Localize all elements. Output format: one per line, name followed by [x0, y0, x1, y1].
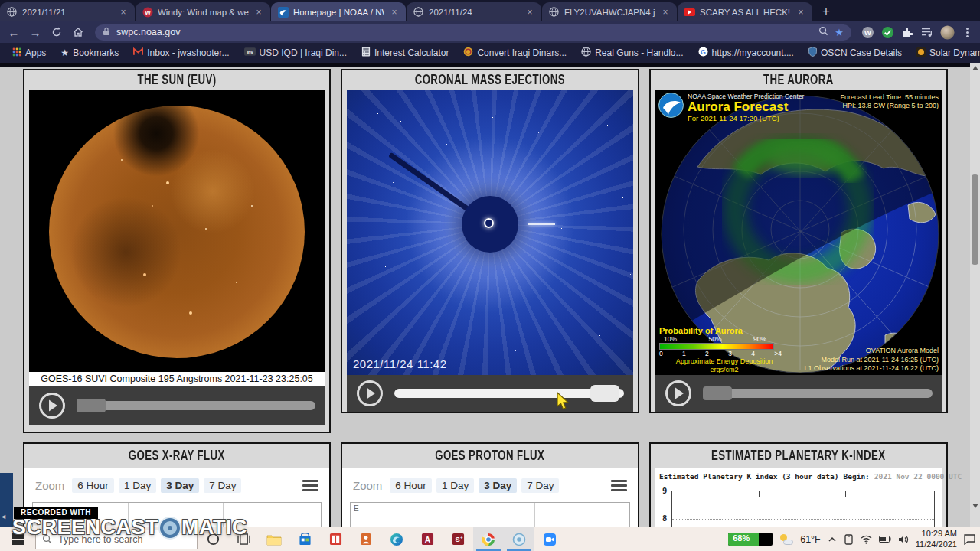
slider-track[interactable] [703, 389, 933, 398]
microsoft-store-button[interactable] [289, 527, 320, 551]
speaker-icon[interactable] [898, 535, 909, 544]
address-bar[interactable]: swpc.noaa.gov ★ [95, 24, 851, 41]
reload-button[interactable] [47, 23, 66, 41]
zoom-app-button[interactable] [534, 527, 565, 551]
tab-close-icon[interactable]: × [389, 7, 400, 18]
bookmark-star-icon[interactable]: ★ [835, 27, 844, 38]
bookmark-inbox[interactable]: Inbox - jwashooter... [129, 47, 234, 58]
range-7day-button[interactable]: 7 Day [204, 478, 241, 493]
legend-pct: 10% [664, 335, 677, 343]
bookmark-oscn[interactable]: OSCN Case Details [804, 47, 906, 59]
range-1day-button[interactable]: 1 Day [119, 478, 156, 493]
bookmark-label: OSCN Case Details [821, 47, 902, 58]
browser-menu-icon[interactable] [959, 24, 975, 41]
sun-image-caption: GOES-16 SUVI Composite 195 Angstroms 202… [29, 372, 325, 386]
bookmark-myaccount[interactable]: G https://myaccount.... [694, 47, 799, 59]
screen: 2021/11/21 × W Windy: Wind map & weath ×… [0, 0, 980, 551]
tab-close-icon[interactable]: × [660, 7, 671, 18]
chrome-button[interactable] [473, 527, 504, 551]
zoom-page-icon[interactable] [818, 25, 828, 39]
slider-handle[interactable] [590, 385, 619, 402]
taskbar-clock[interactable]: 10:29 AM 11/24/2021 [916, 529, 957, 550]
back-button[interactable]: ← [5, 23, 23, 41]
coin-icon [463, 47, 473, 59]
bookmark-label: Apps [25, 47, 46, 58]
tray-chevron-icon[interactable] [828, 536, 837, 543]
page-scrollbar[interactable] [970, 63, 980, 527]
tab-close-icon[interactable]: × [795, 7, 806, 18]
play-button[interactable] [665, 380, 692, 407]
slider-track[interactable] [394, 389, 624, 398]
weather-icon[interactable] [779, 533, 793, 546]
sun-panel-title: THE SUN (EUV) [24, 70, 329, 90]
range-6hour-button[interactable]: 6 Hour [390, 478, 432, 493]
chart-menu-icon[interactable] [611, 480, 627, 491]
tab-2021-11-24[interactable]: 2021/11/24 × [407, 2, 541, 21]
kindex-chart-title: Estimated Planetary K index (3 hour data… [659, 472, 839, 481]
proton-panel-title: GOES PROTON FLUX [342, 444, 638, 468]
edge-browser-button[interactable] [381, 527, 412, 551]
screenpal-app-button[interactable]: S+ [443, 527, 473, 551]
range-3day-button[interactable]: 3 Day [161, 478, 199, 493]
watermark-text-right: MATIC [181, 516, 247, 540]
tab-close-icon[interactable]: × [524, 7, 535, 18]
slider-handle[interactable] [77, 399, 106, 412]
edge-collapse-arrow[interactable]: ◄ [0, 513, 7, 520]
wifi-icon[interactable] [861, 535, 872, 544]
your-phone-icon[interactable] [844, 534, 854, 545]
bookmark-bookmarks[interactable]: ★ Bookmarks [56, 47, 123, 58]
gridline-8 [672, 519, 934, 520]
scrollbar-thumb[interactable] [972, 174, 978, 265]
tab-image-jpg[interactable]: FLY2UVAHWCJAPN4.jpg (2 × [542, 2, 677, 21]
range-1day-button[interactable]: 1 Day [436, 478, 474, 493]
contact-app-button[interactable] [351, 527, 381, 551]
temperature-text[interactable]: 61°F [800, 534, 821, 545]
battery-percent-widget[interactable]: 68% [728, 533, 773, 546]
bookmark-usd-iqd[interactable]: inv USD IQD | Iraqi Din... [240, 47, 351, 58]
home-button[interactable] [69, 23, 87, 41]
noaa-icon [277, 6, 289, 18]
bookmark-sdo[interactable]: Solar Dynamics Ob... [912, 47, 980, 59]
file-explorer-button[interactable] [259, 527, 289, 551]
profile-avatar[interactable] [939, 24, 956, 41]
bookmark-apps[interactable]: Apps [8, 47, 51, 59]
tab-close-icon[interactable]: × [118, 7, 129, 18]
range-7day-button[interactable]: 7 Day [521, 478, 559, 493]
cme-planet-streak [528, 223, 555, 225]
slider-handle[interactable] [703, 386, 732, 400]
tab-windy[interactable]: W Windy: Wind map & weath × [136, 2, 270, 21]
red-book-app-button[interactable] [320, 527, 351, 551]
tab-noaa-active[interactable]: Homepage | NOAA / NWS × [271, 2, 406, 21]
extensions-puzzle-icon[interactable] [899, 24, 916, 41]
access-app-button[interactable]: A [412, 527, 443, 551]
range-3day-button[interactable]: 3 Day [479, 478, 517, 493]
aurora-player-slider[interactable] [703, 385, 933, 402]
scroll-down-icon[interactable] [972, 504, 978, 508]
sun-player-slider[interactable] [77, 397, 315, 414]
new-tab-button[interactable]: + [816, 2, 836, 21]
slider-track[interactable] [77, 401, 315, 410]
forward-button[interactable]: → [26, 23, 44, 41]
cme-timestamp: 2021/11/24 11:42 [353, 357, 447, 370]
zoom-label: Zoom [35, 479, 64, 492]
extension-w-icon[interactable]: W [859, 24, 876, 41]
svg-text:G: G [701, 48, 706, 56]
action-center-icon[interactable] [964, 534, 975, 545]
range-6hour-button[interactable]: 6 Hour [72, 478, 114, 493]
scroll-up-icon[interactable] [972, 66, 978, 70]
battery-icon[interactable] [879, 536, 891, 543]
extension-check-icon[interactable] [879, 24, 896, 41]
bookmark-interest-calculator[interactable]: Interest Calculator [357, 47, 453, 59]
tab-youtube[interactable]: SCARY AS ALL HECK! WILL × [678, 2, 812, 21]
playlist-icon[interactable] [919, 24, 936, 41]
bookmark-real-guns[interactable]: Real Guns - Handlo... [577, 47, 688, 59]
cme-player-slider[interactable] [394, 385, 624, 402]
screencast-recorder-button[interactable] [504, 527, 534, 551]
play-button[interactable] [38, 392, 66, 419]
bookmark-convert-dinars[interactable]: Convert Iraqi Dinars... [459, 47, 571, 59]
play-button[interactable] [356, 380, 384, 407]
chart-menu-icon[interactable] [302, 480, 318, 491]
tab-2021-11-21[interactable]: 2021/11/21 × [0, 2, 135, 21]
model-run-time: Model Run at 2021-11-24 16:25 (UTC) [805, 356, 939, 364]
tab-close-icon[interactable]: × [253, 7, 264, 18]
